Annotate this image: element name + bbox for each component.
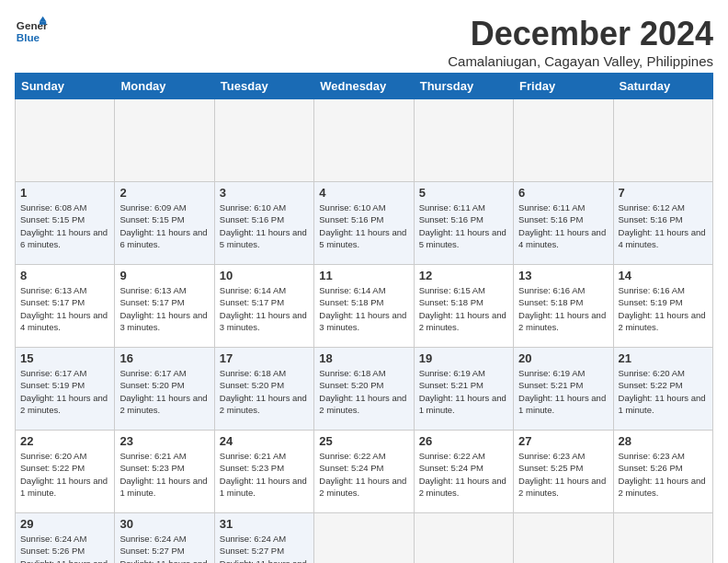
calendar-cell: 1Sunrise: 6:08 AMSunset: 5:15 PMDaylight… bbox=[16, 182, 115, 265]
day-info: Sunrise: 6:23 AMSunset: 5:25 PMDaylight:… bbox=[518, 450, 608, 499]
svg-marker-3 bbox=[40, 21, 46, 25]
day-info: Sunrise: 6:14 AMSunset: 5:17 PMDaylight:… bbox=[220, 284, 309, 333]
weekday-header-sunday: Sunday bbox=[16, 74, 115, 99]
day-number: 14 bbox=[619, 269, 708, 282]
calendar-cell: 8Sunrise: 6:13 AMSunset: 5:17 PMDaylight… bbox=[16, 265, 115, 348]
calendar-cell: 16Sunrise: 6:17 AMSunset: 5:20 PMDayligh… bbox=[115, 348, 214, 431]
calendar-cell: 27Sunrise: 6:23 AMSunset: 5:25 PMDayligh… bbox=[514, 431, 613, 513]
calendar-cell: 15Sunrise: 6:17 AMSunset: 5:19 PMDayligh… bbox=[16, 348, 115, 431]
day-number: 28 bbox=[619, 434, 708, 448]
calendar-cell: 19Sunrise: 6:19 AMSunset: 5:21 PMDayligh… bbox=[414, 348, 513, 431]
day-info: Sunrise: 6:24 AMSunset: 5:27 PMDaylight:… bbox=[220, 533, 309, 563]
day-number: 8 bbox=[20, 269, 109, 282]
day-number: 16 bbox=[119, 351, 209, 365]
day-info: Sunrise: 6:11 AMSunset: 5:16 PMDaylight:… bbox=[518, 201, 608, 250]
day-info: Sunrise: 6:18 AMSunset: 5:20 PMDaylight:… bbox=[319, 367, 408, 416]
day-number: 20 bbox=[518, 351, 608, 365]
day-number: 1 bbox=[20, 186, 109, 200]
day-info: Sunrise: 6:19 AMSunset: 5:21 PMDaylight:… bbox=[419, 367, 508, 416]
calendar-cell: 2Sunrise: 6:09 AMSunset: 5:15 PMDaylight… bbox=[115, 182, 214, 265]
day-info: Sunrise: 6:24 AMSunset: 5:26 PMDaylight:… bbox=[20, 533, 109, 563]
weekday-header-tuesday: Tuesday bbox=[214, 74, 313, 99]
day-number: 7 bbox=[619, 186, 708, 200]
day-info: Sunrise: 6:13 AMSunset: 5:17 PMDaylight:… bbox=[119, 284, 209, 333]
day-number: 17 bbox=[220, 351, 309, 365]
calendar-cell bbox=[514, 99, 613, 182]
day-info: Sunrise: 6:11 AMSunset: 5:16 PMDaylight:… bbox=[419, 201, 508, 250]
calendar-cell: 23Sunrise: 6:21 AMSunset: 5:23 PMDayligh… bbox=[115, 431, 214, 513]
calendar-week-0 bbox=[16, 99, 713, 182]
day-number: 6 bbox=[518, 186, 608, 200]
calendar-cell: 7Sunrise: 6:12 AMSunset: 5:16 PMDaylight… bbox=[613, 182, 712, 265]
calendar-week-5: 29Sunrise: 6:24 AMSunset: 5:26 PMDayligh… bbox=[16, 513, 713, 564]
calendar-cell: 25Sunrise: 6:22 AMSunset: 5:24 PMDayligh… bbox=[314, 431, 414, 513]
day-number: 19 bbox=[419, 351, 508, 365]
day-number: 30 bbox=[119, 517, 209, 531]
day-info: Sunrise: 6:10 AMSunset: 5:16 PMDaylight:… bbox=[319, 201, 408, 250]
day-info: Sunrise: 6:20 AMSunset: 5:22 PMDaylight:… bbox=[619, 367, 708, 416]
weekday-header-thursday: Thursday bbox=[414, 74, 513, 99]
calendar-cell bbox=[314, 99, 414, 182]
calendar-cell bbox=[16, 99, 115, 182]
day-number: 9 bbox=[119, 269, 209, 282]
calendar-cell: 12Sunrise: 6:15 AMSunset: 5:18 PMDayligh… bbox=[414, 265, 513, 348]
day-number: 4 bbox=[319, 186, 408, 200]
day-info: Sunrise: 6:08 AMSunset: 5:15 PMDaylight:… bbox=[20, 201, 109, 250]
day-number: 25 bbox=[319, 434, 408, 448]
calendar-cell: 29Sunrise: 6:24 AMSunset: 5:26 PMDayligh… bbox=[16, 513, 115, 564]
day-info: Sunrise: 6:23 AMSunset: 5:26 PMDaylight:… bbox=[619, 450, 708, 499]
day-number: 5 bbox=[419, 186, 508, 200]
calendar-cell bbox=[613, 99, 712, 182]
day-info: Sunrise: 6:12 AMSunset: 5:16 PMDaylight:… bbox=[619, 201, 708, 250]
day-number: 26 bbox=[419, 434, 508, 448]
calendar-cell: 31Sunrise: 6:24 AMSunset: 5:27 PMDayligh… bbox=[214, 513, 313, 564]
calendar-cell bbox=[613, 513, 712, 564]
weekday-header-wednesday: Wednesday bbox=[314, 74, 414, 99]
day-number: 21 bbox=[619, 351, 708, 365]
day-info: Sunrise: 6:09 AMSunset: 5:15 PMDaylight:… bbox=[119, 201, 209, 250]
calendar-cell: 22Sunrise: 6:20 AMSunset: 5:22 PMDayligh… bbox=[16, 431, 115, 513]
calendar-week-1: 1Sunrise: 6:08 AMSunset: 5:15 PMDaylight… bbox=[16, 182, 713, 265]
weekday-header-saturday: Saturday bbox=[613, 74, 712, 99]
day-number: 11 bbox=[319, 269, 408, 282]
day-info: Sunrise: 6:19 AMSunset: 5:21 PMDaylight:… bbox=[518, 367, 608, 416]
logo-icon: General Blue bbox=[15, 15, 48, 48]
day-info: Sunrise: 6:13 AMSunset: 5:17 PMDaylight:… bbox=[20, 284, 109, 333]
day-info: Sunrise: 6:17 AMSunset: 5:20 PMDaylight:… bbox=[119, 367, 209, 416]
day-info: Sunrise: 6:16 AMSunset: 5:19 PMDaylight:… bbox=[619, 284, 708, 333]
calendar-cell bbox=[514, 513, 613, 564]
weekday-header-friday: Friday bbox=[514, 74, 613, 99]
day-number: 29 bbox=[20, 517, 109, 531]
day-number: 24 bbox=[220, 434, 309, 448]
day-info: Sunrise: 6:22 AMSunset: 5:24 PMDaylight:… bbox=[419, 450, 508, 499]
calendar-cell: 24Sunrise: 6:21 AMSunset: 5:23 PMDayligh… bbox=[214, 431, 313, 513]
day-info: Sunrise: 6:17 AMSunset: 5:19 PMDaylight:… bbox=[20, 367, 109, 416]
calendar-cell: 14Sunrise: 6:16 AMSunset: 5:19 PMDayligh… bbox=[613, 265, 712, 348]
calendar-cell: 6Sunrise: 6:11 AMSunset: 5:16 PMDaylight… bbox=[514, 182, 613, 265]
day-info: Sunrise: 6:22 AMSunset: 5:24 PMDaylight:… bbox=[319, 450, 408, 499]
month-title: December 2024 bbox=[448, 15, 713, 53]
day-info: Sunrise: 6:15 AMSunset: 5:18 PMDaylight:… bbox=[419, 284, 508, 333]
calendar-cell bbox=[414, 513, 513, 564]
calendar-cell: 9Sunrise: 6:13 AMSunset: 5:17 PMDaylight… bbox=[115, 265, 214, 348]
header-row: SundayMondayTuesdayWednesdayThursdayFrid… bbox=[16, 74, 713, 99]
day-number: 2 bbox=[119, 186, 209, 200]
calendar-cell bbox=[414, 99, 513, 182]
svg-text:Blue: Blue bbox=[17, 31, 40, 43]
calendar-cell: 30Sunrise: 6:24 AMSunset: 5:27 PMDayligh… bbox=[115, 513, 214, 564]
header: General Blue December 2024 Camalaniugan,… bbox=[15, 15, 713, 69]
calendar-cell: 26Sunrise: 6:22 AMSunset: 5:24 PMDayligh… bbox=[414, 431, 513, 513]
calendar-cell bbox=[314, 513, 414, 564]
day-number: 23 bbox=[119, 434, 209, 448]
day-info: Sunrise: 6:18 AMSunset: 5:20 PMDaylight:… bbox=[220, 367, 309, 416]
day-info: Sunrise: 6:10 AMSunset: 5:16 PMDaylight:… bbox=[220, 201, 309, 250]
day-info: Sunrise: 6:21 AMSunset: 5:23 PMDaylight:… bbox=[119, 450, 209, 499]
day-info: Sunrise: 6:21 AMSunset: 5:23 PMDaylight:… bbox=[220, 450, 309, 499]
day-number: 27 bbox=[518, 434, 608, 448]
day-number: 22 bbox=[20, 434, 109, 448]
day-number: 13 bbox=[518, 269, 608, 282]
calendar-cell: 11Sunrise: 6:14 AMSunset: 5:18 PMDayligh… bbox=[314, 265, 414, 348]
calendar-week-4: 22Sunrise: 6:20 AMSunset: 5:22 PMDayligh… bbox=[16, 431, 713, 513]
calendar-cell: 10Sunrise: 6:14 AMSunset: 5:17 PMDayligh… bbox=[214, 265, 313, 348]
calendar-cell: 5Sunrise: 6:11 AMSunset: 5:16 PMDaylight… bbox=[414, 182, 513, 265]
